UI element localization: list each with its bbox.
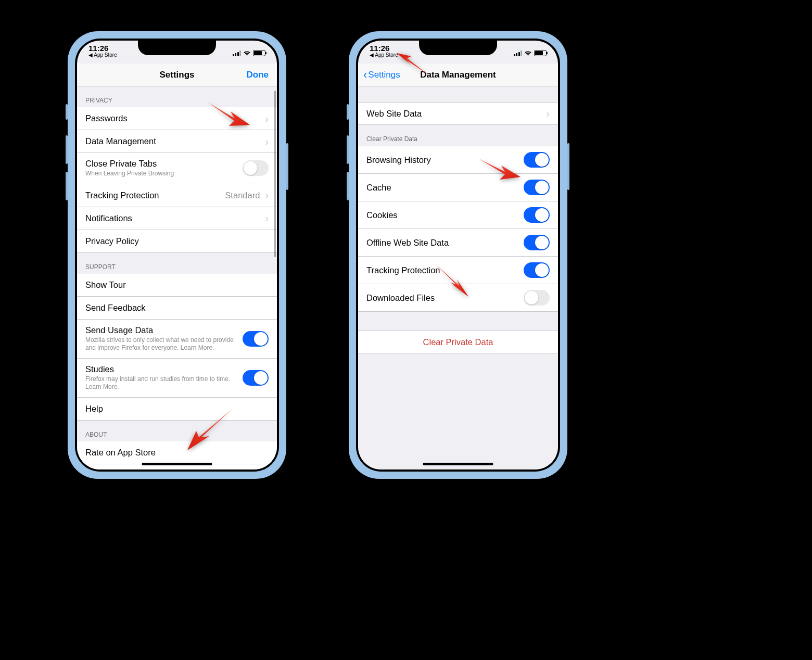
nav-title: Settings [159,70,194,80]
toggle-cookies[interactable] [524,207,550,223]
settings-list[interactable]: PRIVACY Passwords › Data Management › Cl… [77,86,277,469]
tracking-value: Standard [225,191,260,200]
annotation-arrow-icon [206,100,252,133]
status-time: 11:26 [88,44,117,52]
cellular-icon [233,50,242,56]
navbar: ‹ Settings Data Management [358,64,558,86]
chevron-right-icon: › [265,116,269,121]
phone-settings: 11:26 ◀ App Store Settings Done PRIVACY … [68,31,286,479]
row-cookies[interactable]: Cookies [358,201,558,229]
annotation-arrow-icon [431,263,473,301]
toggle-cache[interactable] [524,180,550,195]
status-back-hint[interactable]: ◀ App Store [88,53,117,58]
row-show-tour[interactable]: Show Tour [77,274,277,297]
annotation-arrow-icon [183,406,235,455]
wifi-icon [524,50,532,56]
chevron-right-icon: › [265,139,269,144]
chevron-right-icon: › [546,111,550,116]
clear-button-label: Clear Private Data [366,337,550,347]
section-clear-header: Clear Private Data [358,125,558,146]
home-indicator[interactable] [423,463,493,465]
toggle-downloads[interactable] [524,290,550,306]
row-help[interactable]: Help [77,398,277,421]
row-studies[interactable]: Studies Firefox may install and run stud… [77,359,277,398]
toggle-close-tabs[interactable] [243,160,269,176]
row-tracking-protection[interactable]: Tracking Protection Standard› [77,184,277,207]
toggle-history[interactable] [524,152,550,168]
clear-private-data-button[interactable]: Clear Private Data [358,331,558,353]
annotation-arrow-icon [476,156,523,187]
section-about-header: ABOUT [77,421,277,441]
row-notifications[interactable]: Notifications › [77,207,277,230]
chevron-left-icon: ‹ [363,72,367,78]
cellular-icon [514,50,523,56]
status-back-hint[interactable]: ◀ App Store [370,53,398,58]
chevron-right-icon: › [265,193,269,198]
row-website-data[interactable]: Web Site Data › [358,102,558,125]
row-close-private-tabs[interactable]: Close Private Tabs When Leaving Private … [77,153,277,184]
battery-icon [534,50,547,56]
row-privacy-policy[interactable]: Privacy Policy [77,230,277,253]
row-rate[interactable]: Rate on App Store [77,441,277,464]
annotation-arrow-icon [396,52,432,80]
toggle-tracking[interactable] [524,262,550,278]
row-history[interactable]: Browsing History [358,146,558,174]
wifi-icon [243,50,251,56]
chevron-right-icon: › [265,215,269,221]
row-data-management[interactable]: Data Management › [77,130,277,153]
row-send-feedback[interactable]: Send Feedback [77,297,277,320]
status-time: 11:26 [370,44,398,52]
back-button[interactable]: ‹ Settings [363,70,400,80]
row-offline[interactable]: Offline Web Site Data [358,229,558,257]
section-support-header: SUPPORT [77,253,277,274]
notch [138,41,216,55]
home-indicator[interactable] [142,463,212,465]
toggle-offline[interactable] [524,235,550,250]
scroll-indicator[interactable] [274,91,276,257]
row-cache[interactable]: Cache [358,174,558,201]
toggle-usage[interactable] [243,331,269,347]
done-button[interactable]: Done [247,70,269,80]
battery-icon [253,50,265,56]
phone-data-management: 11:26 ◀ App Store ‹ Settings Data Manage… [349,31,567,479]
toggle-studies[interactable] [243,370,269,386]
row-send-usage[interactable]: Send Usage Data Mozilla strives to only … [77,320,277,359]
navbar: Settings Done [77,64,277,86]
